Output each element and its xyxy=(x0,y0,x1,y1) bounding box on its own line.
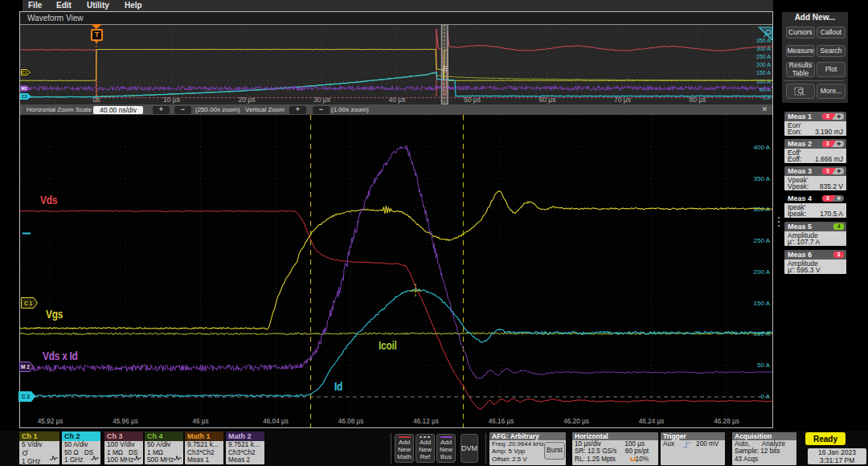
probe-icon xyxy=(22,449,29,456)
measurement-badge-4[interactable]: Meas 43✚Ipeak'Ipeak:170.5 A xyxy=(784,194,846,218)
vertical-zoom-minus-button[interactable]: − xyxy=(313,106,330,114)
overview-x-label: 10 µs xyxy=(163,96,180,104)
channel-setting-row: Meas 1 xyxy=(187,456,223,464)
menu-help[interactable]: Help xyxy=(125,0,142,11)
source-number: 3 xyxy=(826,113,829,120)
main-x-label: 45.96 µs xyxy=(113,418,138,425)
add-new-more--button[interactable]: More... xyxy=(817,84,845,99)
measurement-header[interactable]: Meas 54 xyxy=(784,222,846,231)
channel-badge-ch4[interactable]: Ch 450 A/div1 MΩ500 MHz xyxy=(145,431,183,464)
add-new-bus-button[interactable]: AddNewBus xyxy=(436,434,456,463)
main-x-label: 46 µs xyxy=(192,418,208,425)
datetime-display: 16 Jan 2023 3:31:17 PM xyxy=(808,448,866,464)
bandwidth-icon xyxy=(91,455,99,461)
bandwidth-icon xyxy=(50,455,58,461)
dvm-button[interactable]: DVM xyxy=(461,434,478,463)
menu-utility[interactable]: Utility xyxy=(87,0,109,11)
channel-badge-ch1[interactable]: Ch 15 V/div1 GHz xyxy=(19,431,59,464)
measurement-label: µ': 107.7 A xyxy=(788,239,820,245)
channel-badge-ch3[interactable]: Ch 3100 V/div1 MΩ DS100 MHz xyxy=(104,431,143,464)
acquisition-row: Auto,Analyze xyxy=(735,440,794,448)
horizontal-recordlength: RL: 1.25 Mpts xyxy=(575,456,616,464)
divider xyxy=(391,433,391,464)
overview-y-label: 250 A xyxy=(756,54,771,59)
trace-label-Vds: Vds xyxy=(40,194,57,206)
measurement-badge-3[interactable]: Meas 33✚Vpeak'Vpeak:835.2 V xyxy=(784,166,846,190)
measurement-label: Ipeak: xyxy=(788,211,806,217)
source-number: 3 xyxy=(826,168,829,174)
measurement-value: 835.2 V xyxy=(820,183,843,190)
acquisition-badge[interactable]: Acquisition Auto,Analyze Sample: 12 bits… xyxy=(732,432,796,465)
add-new-callout-button[interactable]: Callout xyxy=(817,27,845,39)
channel-badge-ch2[interactable]: Ch 250 A/div50 Ω DS1 GHz xyxy=(62,431,100,464)
channel-tag-C1[interactable]: C 1 xyxy=(21,297,38,309)
settings-bar: Ch 15 V/div1 GHzCh 250 A/div50 Ω DS1 GHz… xyxy=(0,431,868,466)
expansion-point-icon xyxy=(630,456,636,462)
signal-color-line xyxy=(420,436,432,438)
signal-color-line xyxy=(440,436,452,438)
measurement-body: Eon'Eon:3.190 mJ xyxy=(784,121,846,136)
overview-x-label: 60 µs xyxy=(539,96,556,104)
channel-tag-M2[interactable]: M 2 xyxy=(19,362,34,372)
afg-badge[interactable]: AFG: Arbitrary Freq: 20.9644 kHz Amp: 5 … xyxy=(489,432,566,465)
panel-splitter-handle[interactable] xyxy=(778,225,780,227)
measurement-badge-2[interactable]: Meas 23✚Eoff'Eoff:1.666 mJ xyxy=(784,139,846,163)
add-new-results-table-button[interactable]: Results Table xyxy=(786,62,815,77)
add-new-ref-button[interactable]: AddNewRef xyxy=(416,434,435,463)
panel-splitter-handle[interactable] xyxy=(778,217,780,219)
measurement-header[interactable]: Meas 43✚ xyxy=(784,194,846,203)
measurement-badge-5[interactable]: Meas 54Amplitudeµ': 107.7 A xyxy=(784,222,846,246)
channel-tag-C2[interactable]: C 2 xyxy=(18,391,35,402)
main-y-label: 200 A xyxy=(754,268,770,275)
acquisition-title: Acquisition xyxy=(732,432,796,440)
add-new-math-button[interactable]: AddNewMath xyxy=(395,434,414,463)
bandwidth-icon xyxy=(133,455,141,461)
main-y-label: 0 A xyxy=(760,392,770,399)
label-line: New xyxy=(395,446,413,453)
main-y-label: 150 A xyxy=(754,299,770,306)
trigger-title: Trigger xyxy=(661,432,725,440)
add-new-search-button[interactable]: Search xyxy=(817,45,845,57)
measurement-header[interactable]: Meas 63 xyxy=(784,250,846,260)
panel-splitter-handle[interactable] xyxy=(778,221,780,223)
measurement-header[interactable]: Meas 33✚ xyxy=(784,166,846,176)
plus-icon: ✚ xyxy=(837,168,841,174)
add-new-cursors-button[interactable]: Cursors xyxy=(786,27,815,39)
measurement-badge-1[interactable]: Meas 13✚Eon'Eon:3.190 mJ xyxy=(784,112,846,136)
channel-settings: 50 A/div1 MΩ500 MHz xyxy=(145,441,183,464)
horizontal-zoom-scale-input[interactable]: 40.00 ns/div xyxy=(93,106,143,114)
channel-badge-math1[interactable]: Math 19.7521 k...Ch3*Ch2Meas 1 xyxy=(185,431,223,464)
rising-edge-icon xyxy=(682,441,692,449)
measurement-header[interactable]: Meas 13✚ xyxy=(784,112,846,121)
measurement-name: Meas 2 xyxy=(788,139,812,149)
waveform-view-tab[interactable]: Waveform View xyxy=(20,12,772,24)
channel-tag-C1[interactable]: C1 xyxy=(21,69,31,76)
overview-waveform-area[interactable] xyxy=(20,24,772,104)
main-y-label: 250 A xyxy=(754,237,770,244)
label-line: Ref xyxy=(416,453,434,460)
date: 16 Jan 2023 xyxy=(808,448,866,456)
add-new-zoom-button[interactable] xyxy=(786,84,815,99)
measurement-name: Meas 4 xyxy=(788,194,812,203)
main-waveform-area[interactable] xyxy=(20,115,772,427)
measurement-header[interactable]: Meas 23✚ xyxy=(784,139,846,149)
add-new-plot-button[interactable]: Plot xyxy=(817,62,845,77)
menu-edit[interactable]: Edit xyxy=(56,0,72,11)
horizontal-zoom-minus-button[interactable]: − xyxy=(174,106,191,114)
horizontal-samplerate: SR: 12.5 GS/s xyxy=(575,448,616,456)
horizontal-badge[interactable]: Horizontal 10 µs/div100 µs SR: 12.5 GS/s… xyxy=(572,432,658,465)
menu-file[interactable]: File xyxy=(28,0,42,11)
vertical-zoom-plus-button[interactable]: + xyxy=(289,106,306,114)
measurement-label: Vpeak: xyxy=(788,183,809,190)
horizontal-zoom-plus-button[interactable]: + xyxy=(153,106,170,114)
add-new-title: Add New... xyxy=(782,13,848,22)
burst-button[interactable]: Burst xyxy=(544,442,565,460)
add-new-measure-button[interactable]: Measure xyxy=(786,45,815,57)
zoom-close-icon[interactable]: ✕ xyxy=(761,104,768,115)
channel-tag-C2[interactable]: C2 xyxy=(20,93,31,100)
channel-tag-M2[interactable]: M2 xyxy=(20,85,31,92)
channel-badge-math2[interactable]: Math 29.7521 k...Ch3*Ch2Meas 2 xyxy=(226,431,264,464)
trigger-badge[interactable]: Trigger Aux 200 mV xyxy=(661,432,725,465)
label-line: Add xyxy=(395,439,413,446)
measurement-badge-6[interactable]: Meas 63Amplitudeµ': 595.3 V xyxy=(784,250,846,274)
